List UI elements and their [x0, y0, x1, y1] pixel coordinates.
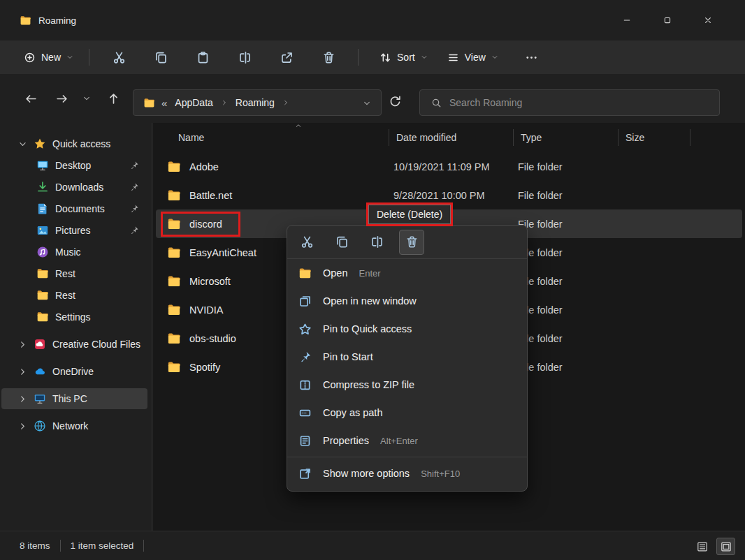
column-name-label: Name — [178, 132, 204, 143]
column-size-label: Size — [625, 132, 644, 143]
file-explorer-window: Roaming New Sort View — [0, 0, 745, 560]
column-header-type[interactable]: Type — [514, 129, 619, 146]
pictures-icon — [36, 224, 49, 237]
chevron-right-icon[interactable] — [18, 367, 27, 376]
thumbnail-view-button[interactable] — [716, 538, 735, 555]
forward-button[interactable] — [49, 86, 74, 111]
sidebar-item-settings[interactable]: Settings — [1, 307, 147, 327]
file-name: obs-studio — [189, 333, 236, 344]
menu-item-compress-to-zip-file[interactable]: Compress to ZIP file — [287, 371, 437, 399]
cut-button[interactable] — [105, 43, 133, 71]
rename-button[interactable] — [364, 230, 389, 255]
column-header-size[interactable]: Size — [619, 129, 690, 146]
menu-item-label: Copy as path — [323, 407, 382, 418]
sidebar-item-creative-cloud-files[interactable]: Creative Cloud Files — [1, 334, 147, 355]
new-button-label: New — [41, 52, 61, 63]
sidebar-item-desktop[interactable]: Desktop — [1, 155, 147, 176]
address-bar[interactable]: « AppData Roaming — [133, 89, 382, 116]
new-button[interactable]: New — [17, 47, 80, 68]
chevron-down-icon[interactable] — [18, 140, 27, 149]
sidebar-item-this-pc[interactable]: This PC — [1, 388, 147, 409]
column-header-date-modified[interactable]: Date modified — [389, 129, 514, 146]
copy-button[interactable] — [147, 43, 175, 71]
paste-button[interactable] — [189, 43, 217, 71]
window-title: Roaming — [38, 15, 76, 26]
sidebar-item-rest[interactable]: Rest — [1, 263, 147, 284]
menu-item-label: Open — [323, 267, 347, 279]
close-button[interactable] — [688, 7, 728, 34]
sort-icon — [379, 52, 391, 64]
file-row-adobe[interactable]: Adobe 10/19/2021 11:09 PM File folder — [156, 152, 742, 181]
column-header-name[interactable]: Name — [153, 129, 389, 146]
annotation-delete-tooltip-highlight: Delete (Delete) — [366, 202, 453, 226]
delete-tooltip: Delete (Delete) — [368, 205, 451, 224]
file-type: File folder — [514, 161, 619, 172]
folder-icon — [36, 267, 49, 280]
toolbar-separator — [89, 49, 89, 66]
sort-button[interactable]: Sort — [372, 47, 435, 68]
menu-item-copy-as-path[interactable]: Copy as path — [287, 399, 405, 427]
back-button[interactable] — [18, 86, 43, 111]
documents-icon — [36, 202, 49, 215]
properties-icon — [298, 434, 312, 448]
sidebar-item-pictures[interactable]: Pictures — [1, 220, 147, 241]
up-button[interactable] — [101, 86, 126, 111]
chevron-right-icon[interactable] — [18, 395, 27, 404]
sidebar-item-documents[interactable]: Documents — [1, 198, 147, 219]
sidebar-item-downloads[interactable]: Downloads — [1, 177, 147, 198]
sidebar-item-network[interactable]: Network — [1, 415, 147, 436]
folder-icon — [167, 246, 181, 260]
folder-icon — [167, 274, 181, 288]
menu-item-properties[interactable]: Properties Alt+Enter — [287, 427, 429, 455]
navigation-bar: « AppData Roaming — [0, 74, 745, 123]
breadcrumb-roaming[interactable]: Roaming — [234, 96, 276, 110]
sidebar-item-music[interactable]: Music — [1, 242, 147, 263]
rename-button[interactable] — [231, 43, 259, 71]
folder-icon — [143, 97, 155, 109]
refresh-button[interactable] — [389, 95, 404, 110]
minimize-button[interactable] — [607, 7, 647, 34]
downloads-icon — [36, 181, 49, 193]
file-name: EasyAntiCheat — [189, 247, 256, 258]
file-type: File folder — [514, 247, 619, 258]
sort-ascending-icon — [295, 122, 302, 129]
file-date-modified: 9/28/2021 10:00 PM — [389, 190, 514, 201]
plus-circle-icon — [24, 52, 36, 64]
delete-button[interactable] — [399, 230, 424, 255]
command-bar: New Sort View — [0, 40, 745, 74]
delete-button[interactable] — [314, 43, 342, 71]
sidebar-item-onedrive[interactable]: OneDrive — [1, 361, 147, 382]
music-icon — [36, 246, 49, 258]
sidebar-item-label: Documents — [55, 203, 105, 214]
chevron-right-icon[interactable] — [18, 340, 27, 349]
cut-button[interactable] — [294, 230, 319, 255]
view-button[interactable]: View — [440, 47, 505, 68]
maximize-icon — [663, 16, 672, 24]
status-separator — [60, 540, 61, 552]
menu-item-open[interactable]: Open Enter — [287, 259, 392, 287]
search-input[interactable] — [449, 97, 708, 108]
address-dropdown-button[interactable] — [363, 98, 371, 107]
menu-item-open-in-new-window[interactable]: Open in new window — [287, 287, 439, 315]
sidebar-item-quick-access[interactable]: Quick access — [1, 133, 147, 154]
sort-button-label: Sort — [397, 52, 415, 63]
breadcrumb-overflow[interactable]: « — [161, 97, 167, 109]
file-name: discord — [189, 219, 222, 230]
copy-button[interactable] — [329, 230, 354, 255]
menu-item-pin-to-quick-access[interactable]: Pin to Quick access — [287, 315, 434, 343]
up-arrow-icon — [107, 92, 120, 105]
share-button[interactable] — [273, 43, 301, 71]
sidebar-item-rest[interactable]: Rest — [1, 285, 147, 306]
maximize-button[interactable] — [647, 7, 688, 34]
menu-item-pin-to-start[interactable]: Pin to Start — [287, 343, 396, 371]
pin-icon — [129, 204, 139, 214]
more-options-button[interactable] — [518, 43, 546, 71]
star-icon — [34, 138, 46, 150]
chevron-right-icon[interactable] — [18, 422, 27, 431]
breadcrumb-appdata[interactable]: AppData — [173, 96, 214, 110]
file-type: File folder — [514, 190, 619, 201]
details-view-button[interactable] — [693, 538, 711, 555]
column-date-label: Date modified — [396, 132, 456, 143]
recent-locations-button[interactable] — [77, 86, 96, 111]
menu-item-show-more-options[interactable]: Show more options Shift+F10 — [287, 459, 471, 487]
